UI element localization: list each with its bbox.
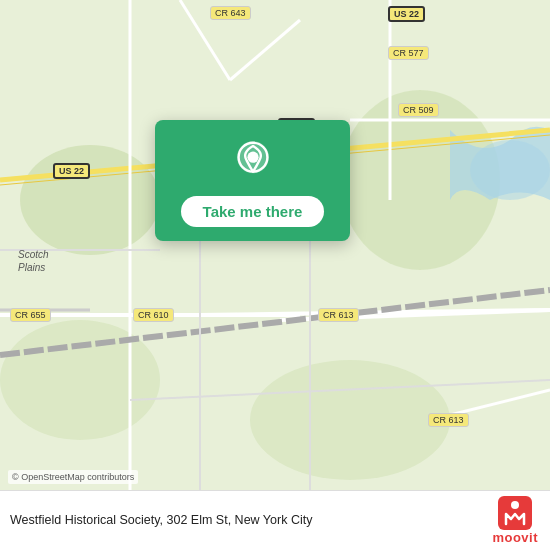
road-label-cr613-2: CR 613 (428, 413, 469, 427)
map-container: CR 643 US 22 CR 577 US 22 CR 509 CR 655 … (0, 0, 550, 490)
road-label-cr610: CR 610 (133, 308, 174, 322)
moovit-icon (498, 496, 532, 530)
svg-point-1 (20, 145, 160, 255)
pin-icon (229, 138, 277, 186)
address-text: Westfield Historical Society, 302 Elm St… (10, 512, 482, 528)
road-label-cr643: CR 643 (210, 6, 251, 20)
road-label-cr655: CR 655 (10, 308, 51, 322)
svg-point-3 (250, 360, 450, 480)
moovit-wordmark: moovit (492, 530, 538, 545)
location-card: Take me there (155, 120, 350, 241)
road-label-cr613: CR 613 (318, 308, 359, 322)
road-label-cr509: CR 509 (398, 103, 439, 117)
svg-point-25 (247, 152, 258, 163)
svg-point-5 (470, 140, 550, 200)
place-label-scotch-plains: ScotchPlains (18, 248, 49, 274)
road-label-cr577: CR 577 (388, 46, 429, 60)
road-label-us22-mid: US 22 (53, 163, 90, 179)
road-label-us22-top: US 22 (388, 6, 425, 22)
moovit-logo: moovit (492, 496, 538, 545)
osm-credit: © OpenStreetMap contributors (8, 470, 138, 484)
take-me-there-button[interactable]: Take me there (181, 196, 325, 227)
svg-point-27 (511, 501, 519, 509)
bottom-bar: Westfield Historical Society, 302 Elm St… (0, 490, 550, 550)
